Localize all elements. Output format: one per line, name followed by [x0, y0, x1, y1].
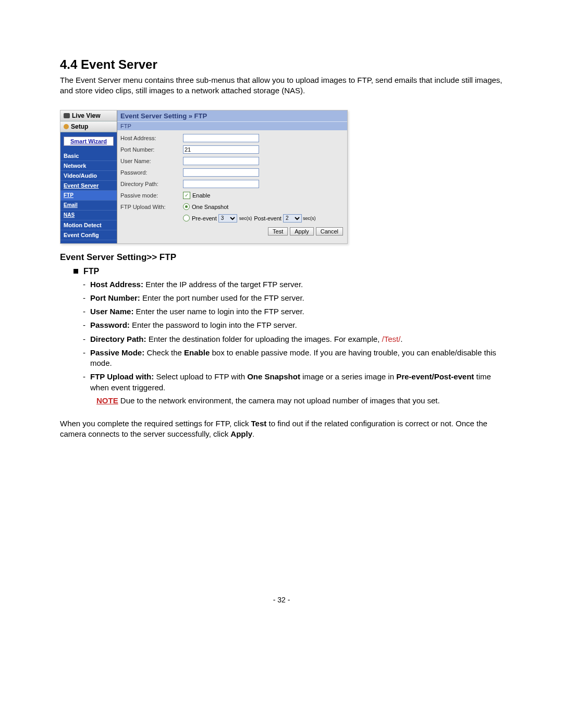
cancel-button[interactable]: Cancel	[316, 227, 343, 236]
pre-event-select[interactable]: 3	[218, 214, 237, 223]
section-heading: 4.4 Event Server	[60, 57, 503, 72]
ftp-heading: FTP	[83, 267, 99, 276]
panel-subtitle: FTP	[117, 121, 347, 130]
note-line: NOTE Due to the network environment, the…	[96, 396, 503, 405]
sidebar: Live View Setup Smart Wizard Basic Netwo…	[60, 110, 117, 243]
live-view-label: Live View	[72, 112, 100, 119]
post-event-select[interactable]: 2	[283, 214, 302, 223]
label-passive: Passive mode:	[120, 192, 183, 199]
radio-one-snapshot[interactable]	[183, 203, 190, 210]
passive-checkbox[interactable]: ✓	[183, 192, 190, 199]
dir-input[interactable]	[183, 180, 259, 188]
label-user: User Name:	[120, 158, 183, 164]
label-port: Port Number:	[120, 146, 183, 153]
port-input[interactable]	[183, 145, 259, 154]
password-input[interactable]	[183, 168, 259, 177]
intro-paragraph: The Event Server menu contains three sub…	[60, 75, 503, 96]
gear-icon	[64, 124, 69, 129]
content-panel: Event Server Setting » FTP FTP Host Addr…	[117, 110, 347, 243]
note-label: NOTE	[96, 396, 118, 405]
camera-icon	[64, 113, 70, 118]
sidebar-item-motion-detect[interactable]: Motion Detect	[60, 220, 117, 230]
ftp-field-list: Host Address: Enter the IP address of th…	[83, 279, 503, 393]
screenshot-panel: Live View Setup Smart Wizard Basic Netwo…	[60, 110, 348, 244]
sidebar-sub-email[interactable]: Email	[60, 201, 117, 211]
pre-event-text: Pre-event	[192, 215, 217, 221]
smart-wizard-link[interactable]: Smart Wizard	[64, 137, 114, 146]
sidebar-item-basic[interactable]: Basic	[60, 151, 117, 161]
label-host: Host Address:	[120, 135, 183, 141]
host-input[interactable]	[183, 134, 259, 142]
square-bullet-icon	[74, 269, 78, 274]
live-view-button[interactable]: Live View	[60, 110, 117, 121]
sidebar-item-event-config[interactable]: Event Config	[60, 230, 117, 240]
label-upload: FTP Upload With:	[120, 204, 183, 210]
sidebar-item-network[interactable]: Network	[60, 161, 117, 171]
sidebar-sub-nas[interactable]: NAS	[60, 211, 117, 220]
radio-pre-post[interactable]	[183, 215, 190, 221]
one-snapshot-text: One Snapshot	[192, 204, 228, 210]
sidebar-item-event-server[interactable]: Event Server	[60, 181, 117, 191]
enable-text: Enable	[192, 192, 210, 199]
setup-label: Setup	[71, 123, 88, 130]
apply-button[interactable]: Apply	[290, 227, 314, 236]
setup-button[interactable]: Setup	[60, 121, 117, 132]
post-event-text: Post-event	[254, 215, 282, 221]
label-pass: Password:	[120, 169, 183, 176]
secs1: sec(s)	[239, 216, 252, 221]
sidebar-sub-ftp[interactable]: FTP	[60, 191, 117, 201]
user-input[interactable]	[183, 157, 259, 165]
sidebar-item-video-audio[interactable]: Video/Audio	[60, 171, 117, 181]
label-dir: Directory Path:	[120, 181, 183, 187]
panel-title: Event Server Setting » FTP	[117, 110, 347, 121]
secs2: sec(s)	[303, 216, 316, 221]
closing-paragraph: When you complete the required settings …	[60, 418, 503, 440]
subsection-heading: Event Server Setting>> FTP	[60, 252, 503, 263]
test-button[interactable]: Test	[268, 227, 288, 236]
page-number: - 32 -	[60, 596, 503, 604]
